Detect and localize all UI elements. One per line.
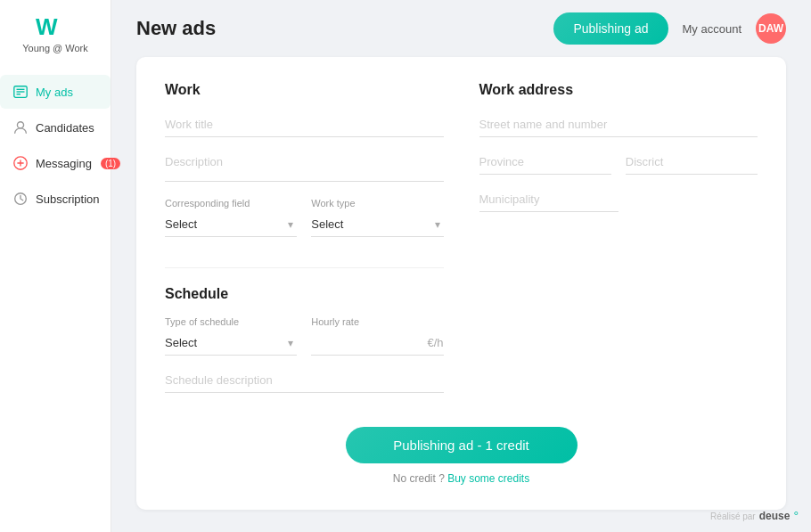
sidebar-item-candidates[interactable]: Candidates (0, 110, 111, 144)
corresponding-field: Corresponding field Select ▾ (165, 198, 297, 237)
page-title: New ads (136, 17, 216, 40)
schedule-type-hourly-row: Type of schedule Select ▾ Hourly rate (165, 316, 444, 368)
schedule-divider (165, 267, 444, 268)
work-section-title: Work (165, 82, 444, 98)
district-input[interactable] (626, 150, 758, 175)
main-content: New ads Publishing ad My account DAW Wor… (111, 0, 811, 532)
work-title-field (165, 112, 444, 137)
corresponding-field-select[interactable]: Select (165, 212, 297, 237)
type-of-schedule-label: Type of schedule (165, 316, 297, 327)
schedule-section-title: Schedule (165, 286, 444, 302)
sidebar-item-my-ads-label: My ads (36, 86, 73, 99)
sidebar-item-messaging-label: Messaging (36, 157, 92, 170)
work-type-select[interactable]: Select (311, 212, 443, 237)
sidebar-item-candidates-label: Candidates (36, 121, 94, 135)
messaging-icon (12, 155, 29, 171)
province-district-row (479, 150, 758, 187)
corresponding-work-type-row: Corresponding field Select ▾ Work type (165, 198, 444, 250)
hourly-rate-field: Hourly rate €/h (311, 316, 443, 356)
schedule-description-input[interactable] (165, 368, 444, 393)
district-field (626, 150, 758, 175)
hourly-rate-input[interactable] (311, 331, 423, 355)
schedule-select-wrapper: Select ▾ (165, 331, 297, 356)
svg-point-5 (17, 122, 23, 128)
province-input[interactable] (479, 150, 611, 175)
brand-name: deuse (759, 510, 791, 522)
ads-icon (12, 84, 29, 100)
hourly-rate-unit: €/h (423, 336, 443, 349)
logo-icon: W (36, 14, 75, 41)
topbar: New ads Publishing ad My account DAW (111, 0, 811, 57)
form-footer: Publishing ad - 1 credit No credit ? Buy… (165, 427, 758, 485)
municipality-field (479, 187, 758, 212)
logo-area: W Young @ Work (22, 14, 88, 53)
sections-row: Work Corresponding field Select ▾ (165, 82, 758, 405)
description-field (165, 150, 444, 185)
work-section: Work Corresponding field Select ▾ (165, 82, 444, 405)
corresponding-select-wrapper: Select ▾ (165, 212, 297, 237)
subscription-icon (12, 191, 29, 207)
street-input[interactable] (479, 112, 758, 137)
type-of-schedule-select[interactable]: Select (165, 331, 297, 356)
hourly-rate-label: Hourly rate (311, 316, 443, 327)
work-type-select-wrapper: Select ▾ (311, 212, 443, 237)
schedule-section: Schedule Type of schedule Select ▾ (165, 267, 444, 393)
work-type-label: Work type (311, 198, 443, 209)
brand-dot: ° (793, 509, 799, 523)
svg-text:W: W (36, 15, 58, 40)
publish-ad-top-button[interactable]: Publishing ad (553, 12, 668, 45)
sidebar-item-my-ads[interactable]: My ads (0, 75, 111, 109)
type-of-schedule-field: Type of schedule Select ▾ (165, 316, 297, 356)
work-title-input[interactable] (165, 112, 444, 137)
candidates-icon (12, 119, 29, 135)
municipality-input[interactable] (479, 187, 618, 212)
description-input[interactable] (165, 150, 444, 182)
sidebar: W Young @ Work My ads Candidates Messagi… (0, 0, 111, 532)
no-credit-text: No credit ? Buy some credits (393, 472, 529, 485)
realise-par-text: Réalisé par (710, 512, 756, 521)
buy-credits-link[interactable]: Buy some credits (447, 472, 529, 485)
sidebar-item-messaging[interactable]: Messaging (1) (0, 146, 111, 180)
corresponding-field-label: Corresponding field (165, 198, 297, 209)
sidebar-item-subscription-label: Subscription (36, 192, 100, 206)
logo-text: Young @ Work (22, 43, 88, 53)
hourly-rate-input-wrap: €/h (311, 331, 443, 356)
street-field (479, 112, 758, 137)
work-type-field: Work type Select ▾ (311, 198, 443, 237)
brand-footer: Réalisé par deuse° (710, 509, 799, 523)
avatar[interactable]: DAW (756, 13, 786, 44)
topbar-right: Publishing ad My account DAW (553, 12, 786, 45)
province-field (479, 150, 611, 175)
work-address-title: Work address (479, 82, 758, 98)
publish-ad-main-button[interactable]: Publishing ad - 1 credit (346, 427, 578, 463)
form-card: Work Corresponding field Select ▾ (136, 57, 786, 510)
sidebar-item-subscription[interactable]: Subscription (0, 182, 111, 216)
schedule-description-field (165, 368, 444, 393)
my-account-link[interactable]: My account (683, 22, 741, 36)
work-address-section: Work address (479, 82, 758, 405)
